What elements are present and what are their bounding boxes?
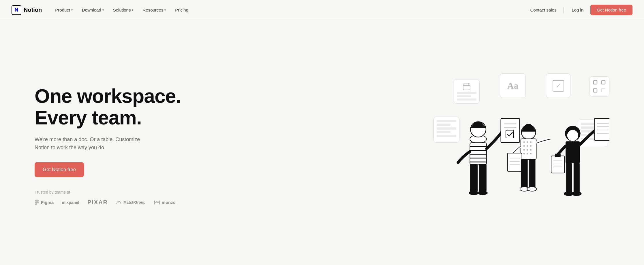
matchgroup-logo-text: MatchGroup (123, 200, 146, 205)
svg-point-46 (528, 187, 537, 191)
svg-point-38 (530, 153, 532, 155)
login-button[interactable]: Log in (567, 5, 588, 15)
chevron-down-icon: ▾ (132, 8, 133, 12)
svg-point-36 (523, 153, 525, 155)
svg-point-29 (530, 141, 532, 143)
nav-download[interactable]: Download ▾ (78, 5, 108, 15)
svg-rect-60 (566, 163, 572, 193)
hero-left: One workspace. Every team. We're more th… (35, 85, 181, 206)
illustration-container: Aa ✓ (425, 62, 621, 229)
svg-point-27 (523, 141, 525, 143)
pixar-logo-text: PIXAR (87, 199, 108, 206)
svg-point-20 (478, 191, 488, 195)
notion-logo-icon: N (12, 5, 21, 15)
svg-rect-39 (508, 153, 522, 171)
svg-rect-43 (521, 159, 528, 188)
svg-point-31 (527, 145, 528, 147)
monzo-logo-text: monzo (162, 200, 176, 205)
chevron-down-icon: ▾ (71, 8, 73, 12)
svg-rect-4 (594, 81, 597, 84)
nav-divider (563, 7, 564, 13)
svg-rect-5 (602, 81, 605, 84)
svg-point-37 (527, 153, 528, 155)
hero-figures-svg (442, 91, 609, 223)
svg-rect-61 (574, 163, 580, 193)
mixpanel-logo: mixpanel (62, 200, 79, 205)
svg-point-34 (527, 149, 528, 151)
nav-left: N Notion Product ▾ Download ▾ Solutions … (12, 5, 192, 15)
svg-rect-50 (594, 118, 609, 141)
nav-pricing[interactable]: Pricing (171, 5, 192, 15)
figma-logo: Figma (35, 200, 54, 205)
svg-point-28 (527, 141, 528, 143)
notion-logo[interactable]: N Notion (12, 5, 42, 15)
hero-subtext: We're more than a doc. Or a table. Custo… (35, 135, 156, 152)
pixar-logo: PIXAR (87, 199, 108, 206)
svg-rect-49 (566, 141, 580, 163)
nav-links: Product ▾ Download ▾ Solutions ▾ Resourc… (51, 5, 192, 15)
svg-rect-26 (521, 139, 536, 160)
svg-point-63 (572, 192, 582, 196)
nav-resources[interactable]: Resources ▾ (138, 5, 170, 15)
hero-illustration: Aa ✓ (425, 62, 621, 229)
svg-rect-17 (470, 164, 478, 192)
trusted-label: Trusted by teams at (35, 190, 181, 194)
navigation: N Notion Product ▾ Download ▾ Solutions … (0, 0, 644, 20)
contact-sales-button[interactable]: Contact sales (527, 5, 560, 15)
matchgroup-icon (116, 200, 122, 205)
svg-rect-11 (470, 143, 487, 165)
figma-icon (35, 200, 39, 205)
notion-logo-text: Notion (24, 7, 42, 13)
figma-logo-text: Figma (41, 200, 54, 205)
svg-point-35 (530, 149, 532, 151)
mixpanel-logo-text: mixpanel (62, 200, 79, 205)
check-icon: ✓ (553, 80, 564, 92)
svg-rect-56 (555, 154, 561, 157)
nav-get-notion-free-button[interactable]: Get Notion free (590, 5, 632, 15)
hero-section: One workspace. Every team. We're more th… (0, 20, 644, 265)
trusted-logos: Figma mixpanel PIXAR MatchGroup (35, 199, 181, 206)
nav-right: Contact sales Log in Get Notion free (527, 5, 632, 15)
svg-point-19 (469, 191, 479, 195)
chevron-down-icon: ▾ (164, 8, 166, 12)
nav-product[interactable]: Product ▾ (51, 5, 77, 15)
monzo-logo: monzo (154, 200, 176, 205)
svg-point-48 (567, 130, 578, 141)
nav-solutions[interactable]: Solutions ▾ (109, 5, 138, 15)
svg-rect-55 (551, 156, 564, 173)
svg-point-30 (523, 145, 525, 147)
chevron-down-icon: ▾ (102, 8, 104, 12)
matchgroup-logo: MatchGroup (116, 200, 146, 205)
svg-point-33 (523, 149, 525, 151)
monzo-icon (154, 200, 160, 205)
hero-headline: One workspace. Every team. (35, 85, 181, 128)
svg-rect-0 (463, 84, 470, 90)
svg-rect-18 (479, 164, 487, 192)
hero-get-notion-free-button[interactable]: Get Notion free (35, 162, 84, 177)
svg-rect-44 (529, 159, 536, 188)
svg-point-32 (530, 145, 532, 147)
